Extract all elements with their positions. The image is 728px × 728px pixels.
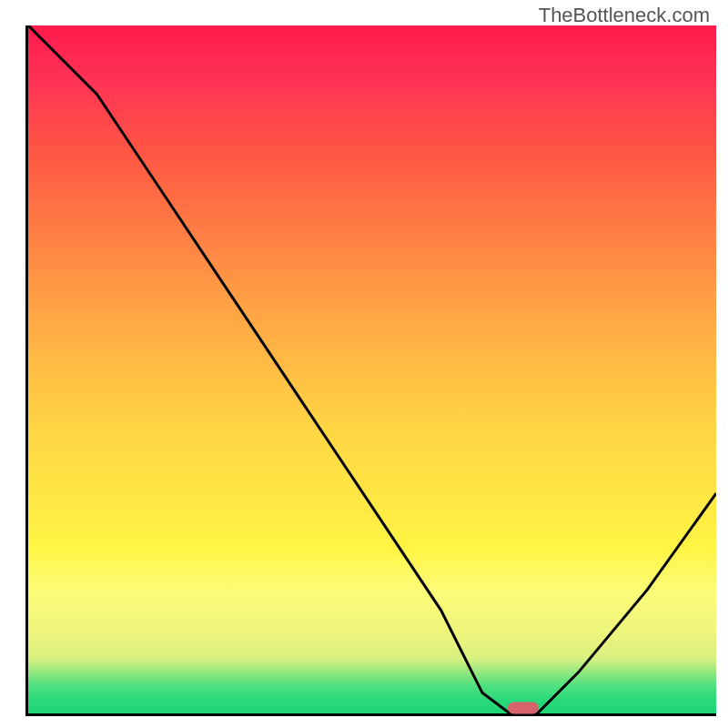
bottleneck-curve [28,25,716,713]
plot-area [25,25,716,716]
chart-container: TheBottleneck.com [0,0,728,728]
watermark-text: TheBottleneck.com [539,4,710,27]
curve-svg [28,25,716,713]
optimal-marker [508,702,539,713]
